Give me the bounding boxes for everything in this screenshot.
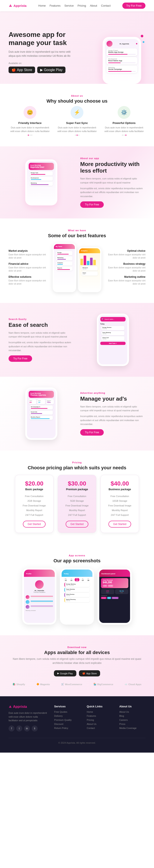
nav-contact[interactable]: Contact	[101, 4, 110, 7]
pricing-card-business: $40.00 Business package Free Consultatio…	[101, 475, 139, 533]
pricing-features-premium: Free Consultation 5GB Storage Free Downl…	[62, 494, 92, 517]
task-progress-fill-2	[108, 62, 121, 63]
nav-cta-button[interactable]: Try For Free	[122, 3, 146, 9]
productivity-cta-button[interactable]: Try For Free	[80, 202, 104, 208]
ss3-stat-2: $2.4k Sales	[115, 589, 128, 594]
footer-about-0[interactable]: About Us	[119, 711, 146, 713]
feat-optimal-title: Optimal choice	[106, 249, 146, 252]
footer-service-3[interactable]: Discount	[54, 723, 80, 725]
pricing-cta-basic[interactable]: Get Started	[23, 521, 45, 528]
ss1-title: Profile	[26, 573, 31, 575]
ss3-card-value: $48,290	[103, 581, 127, 584]
footer-link-2[interactable]: Pricing	[87, 719, 113, 721]
nav-service[interactable]: Service	[65, 4, 74, 7]
footer-service-0[interactable]: Free Quotes	[54, 711, 80, 713]
mini-task-3: Marketing	[30, 182, 53, 186]
social-twitter[interactable]: t	[16, 725, 22, 732]
phone-notification-dot	[136, 43, 137, 44]
pricing-feat-basic-3: Monthly Report	[20, 508, 49, 513]
nav-home[interactable]: Home	[38, 4, 46, 7]
cloud-label: Cloud Apps	[128, 683, 142, 686]
magento-label: Magento	[40, 683, 50, 686]
feature-icon-0: 😊	[24, 106, 36, 119]
nav-links: Home Features Service Pricing About Cont…	[38, 4, 110, 7]
svg-marker-0	[9, 4, 12, 7]
brand-cloudapps: ☁️ Cloud Apps	[125, 683, 142, 686]
fp1-header: My Tasks	[54, 244, 75, 249]
ss1-body: Hi, Jeanette Thomas Deslifiers	[24, 577, 55, 613]
footer-bottom: © 2024 Apprista. All rights reserved.	[8, 738, 146, 744]
feat-financial: Financial advice Ease illum dolore augue…	[8, 262, 48, 272]
search-results-label: Today	[100, 323, 126, 325]
footer-service-1[interactable]: Delivery	[54, 715, 80, 717]
googleplay-badge[interactable]: ▶ Google Play	[37, 67, 66, 73]
fp1-card2: Marketing	[56, 256, 73, 260]
social-facebook[interactable]: f	[8, 725, 15, 732]
ss2-task1: Design Meeting9:00 - 10:00 AM	[65, 583, 89, 587]
why-title: Why should you choose us	[8, 98, 146, 104]
pricing-cta-premium[interactable]: Get Started	[66, 521, 88, 528]
manage-stat-2: Done 18	[37, 399, 45, 404]
manage-cta-button[interactable]: Try For Free	[80, 429, 104, 436]
search-cta-button[interactable]: Try For Free	[8, 355, 32, 362]
productivity-title: More productivity with less effort	[80, 161, 146, 174]
footer-service-4[interactable]: Return Policy	[54, 727, 80, 729]
social-instagram[interactable]: in	[24, 725, 30, 732]
footer-link-3[interactable]: About Us	[87, 723, 113, 725]
footer-about-1[interactable]: Blog	[119, 715, 146, 717]
nav-features[interactable]: Features	[50, 4, 60, 7]
footer-about-3[interactable]: Press	[119, 723, 146, 725]
pricing-cta-business[interactable]: Get Started	[108, 521, 131, 528]
googleplay-label: Google Play	[44, 68, 62, 72]
ss1-role: Thomas Deslifiers	[26, 592, 53, 593]
feature-icon-1: ⚡	[71, 106, 83, 119]
svg-marker-1	[9, 706, 11, 708]
manage-card-label: Good Morning!	[30, 393, 52, 394]
feat-marketing-title: Marketing outline	[106, 275, 146, 278]
ss3-stat-1: 240 Users	[101, 589, 114, 594]
ss2-date-th: Th15	[80, 578, 85, 581]
manage-tag: Advertise anything	[80, 392, 146, 394]
search-phone-mock: 🔍 Search tasks... Today Design Review10:…	[97, 314, 129, 366]
footer-link-0[interactable]: Home	[87, 711, 113, 713]
footer-about-2[interactable]: Careers	[119, 719, 146, 721]
feat-business: Business strategy Ease illum dolore augu…	[106, 262, 146, 272]
nav-about[interactable]: About	[90, 4, 97, 7]
pricing-feat-basic-4: 24/7 Full Support	[20, 513, 49, 517]
feature-title-1: Super Fast Sync	[56, 121, 98, 125]
pricing-feat-bus-3: Monthly Report	[105, 508, 134, 513]
options-icon: ⚙️	[121, 110, 127, 115]
pricing-feat-prem-2: Free Download Image	[62, 503, 92, 508]
footer-link-4[interactable]: Contact	[87, 727, 113, 729]
pricing-plan-business: Business package	[105, 488, 134, 491]
nav-pricing[interactable]: Pricing	[77, 4, 86, 7]
appstore-store-badge[interactable]: 🍎 App Store	[79, 670, 100, 676]
footer-about-4[interactable]: Media Coverage	[119, 727, 146, 729]
footer-logo-icon	[8, 705, 12, 708]
ss1-row3	[26, 605, 53, 609]
fp1-card3: Analytics	[56, 261, 73, 266]
feat-business-desc: Ease illum dolore augue assequitur sint …	[106, 266, 146, 272]
hero-available-label: Available on:	[8, 62, 77, 64]
shopify-label: Shopify	[17, 683, 25, 686]
play-icon: ▶	[40, 68, 43, 72]
manage-phone-mock: Good Morning! Thomas Apprista Tasks 24 D…	[25, 388, 57, 440]
googleplay-store-badge[interactable]: ▶ Google Play	[54, 670, 76, 676]
big-label: BigCommerce	[97, 683, 113, 686]
apple-store-icon: 🍎	[82, 672, 85, 675]
apps-tag: Download now	[8, 646, 146, 649]
feat-optimal: Optimal choice Ease illum dolore augue a…	[106, 249, 146, 259]
footer-service-2[interactable]: Premium Quality	[54, 719, 80, 721]
footer-link-1[interactable]: Features	[87, 715, 113, 717]
magento-icon: 🔶	[36, 683, 40, 686]
appstore-badge[interactable]: 🍎 App Store	[8, 67, 35, 73]
social-linkedin[interactable]: li	[32, 725, 37, 732]
ss1-screen: Profile Hi, Jeanette Thomas Deslifiers	[24, 569, 55, 623]
search-result-3: Client Call4:00 PM	[101, 336, 125, 340]
prod-card: Good Morning! Apprista User	[29, 163, 54, 170]
productivity-image: Good Morning! Apprista User Design Task …	[8, 159, 74, 206]
pricing-tag: Pricing	[8, 461, 146, 464]
ss1-meeting-label: Meeting schedule	[26, 610, 53, 611]
ss3-tag-1: +12%	[103, 585, 107, 587]
footer-links-title: Quick Links	[87, 705, 113, 708]
